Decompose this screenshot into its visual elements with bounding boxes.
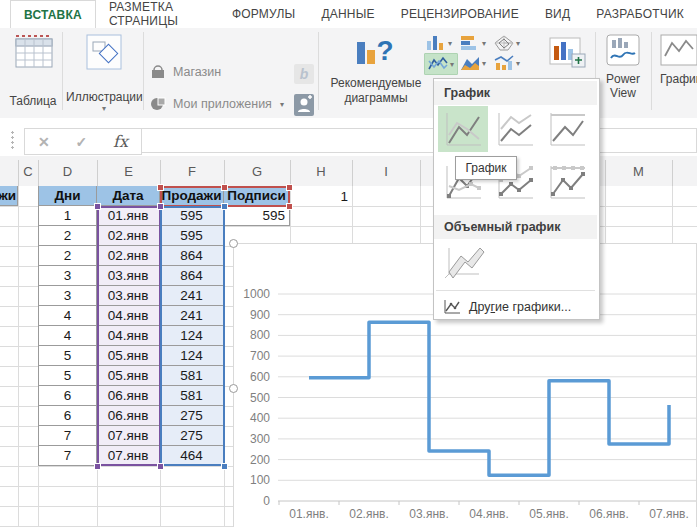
line-chart-button[interactable]: ▾ <box>424 53 458 75</box>
table-header-4[interactable]: Подписи <box>224 186 290 206</box>
table-header-2[interactable]: Дата <box>97 186 160 206</box>
column-header-F[interactable]: F <box>188 164 196 179</box>
table-cell[interactable]: 04.янв <box>97 326 160 346</box>
table-cell[interactable]: 7 <box>38 446 97 466</box>
more-line-charts-item[interactable]: Другие графики... <box>434 295 597 319</box>
table-cell[interactable]: 7 <box>38 426 97 446</box>
column-header-separator <box>672 160 673 186</box>
store-button-label: Магазин <box>173 65 221 79</box>
column-header-G[interactable]: G <box>252 164 262 179</box>
formula-input[interactable] <box>141 128 697 153</box>
table-cell[interactable]: 02.янв <box>97 246 160 266</box>
table-cell[interactable]: 581 <box>160 366 224 386</box>
table-cell[interactable]: 124 <box>160 326 224 346</box>
table-cell[interactable]: 4 <box>38 306 97 326</box>
table-cell[interactable]: 864 <box>160 246 224 266</box>
table-cell[interactable]: 06.янв <box>97 406 160 426</box>
table-cell[interactable]: 124 <box>160 346 224 366</box>
cell-h1[interactable]: 1 <box>290 186 352 206</box>
combo-chart-button[interactable]: ▾ <box>494 55 520 71</box>
table-cell[interactable]: 05.янв <box>97 366 160 386</box>
table-cell[interactable]: 464 <box>160 446 224 466</box>
power-view-button[interactable]: Power View <box>599 32 647 114</box>
sparkline-line-button[interactable]: График <box>656 32 697 114</box>
table-cell[interactable]: 275 <box>160 406 224 426</box>
table-header-3[interactable]: Продажи <box>160 186 224 206</box>
chart-resize-handle[interactable] <box>229 384 238 393</box>
table-cell[interactable]: 07.янв <box>97 446 160 466</box>
enter-icon[interactable]: ✓ <box>76 134 88 150</box>
column-header-C[interactable]: C <box>23 164 32 179</box>
table-cell[interactable]: 4 <box>38 326 97 346</box>
insert-app-icon[interactable] <box>294 94 314 116</box>
tab-вид[interactable]: ВИД <box>532 0 583 28</box>
stacked100-line-chart-thumb[interactable] <box>542 106 592 152</box>
area-chart-button[interactable]: ▾ <box>460 55 486 71</box>
tab-вставка[interactable]: ВСТАВКА <box>10 0 96 29</box>
radar-chart-button[interactable]: ▾ <box>494 35 520 51</box>
table-cell[interactable]: 02.янв <box>97 226 160 246</box>
store-icon <box>150 64 166 80</box>
table-cell[interactable]: 04.янв <box>97 306 160 326</box>
my-apps-button[interactable]: Мои приложения ▾ <box>150 96 284 112</box>
column-header-D[interactable]: D <box>63 164 72 179</box>
table-cell[interactable]: 5 <box>38 366 97 386</box>
table-cell[interactable]: 06.янв <box>97 386 160 406</box>
selection-handle <box>94 203 101 210</box>
insert-function-icon[interactable]: fx <box>113 132 128 151</box>
line-3d-chart-thumb[interactable] <box>438 239 488 285</box>
table-cell[interactable]: 3 <box>38 286 97 306</box>
table-button[interactable]: Таблица <box>6 32 60 114</box>
table-cell[interactable]: 595 <box>160 226 224 246</box>
formula-bar-grip[interactable] <box>11 130 14 150</box>
bing-icon[interactable]: b <box>294 64 314 84</box>
column-header-I[interactable]: I <box>384 164 388 179</box>
column-header-H[interactable]: H <box>316 164 325 179</box>
tab-формулы[interactable]: ФОРМУЛЫ <box>219 0 308 28</box>
table-cell[interactable]: 5 <box>38 346 97 366</box>
table-cell[interactable]: 864 <box>160 266 224 286</box>
table-cell[interactable]: 03.янв <box>97 286 160 306</box>
partial-table-header[interactable]: жи <box>0 186 18 206</box>
store-button[interactable]: Магазин <box>150 64 221 80</box>
table-cell[interactable]: 2 <box>38 246 97 266</box>
chart-resize-handle[interactable] <box>229 239 238 248</box>
table-cell[interactable]: 241 <box>160 286 224 306</box>
table-header-1[interactable]: Дни <box>38 186 97 206</box>
table-cell[interactable]: 05.янв <box>97 346 160 366</box>
recommended-charts-label-1: Рекомендуемые <box>322 76 430 90</box>
column-header-E[interactable]: E <box>124 164 133 179</box>
table-cell[interactable]: 1 <box>38 206 97 226</box>
dropdown-arrow-icon: ▾ <box>66 104 142 113</box>
table-cell[interactable]: 03.янв <box>97 266 160 286</box>
table-cell[interactable]: 595 <box>160 206 224 226</box>
formula-bar-buttons: ✕ ✓ fx <box>24 128 142 155</box>
stacked-line-chart-thumb[interactable] <box>490 106 540 152</box>
column-header-M[interactable]: M <box>633 164 644 179</box>
cancel-icon[interactable]: ✕ <box>38 134 50 150</box>
table-cell[interactable]: 241 <box>160 306 224 326</box>
table-cell[interactable]: 01.янв <box>97 206 160 226</box>
table-cell[interactable]: 6 <box>38 386 97 406</box>
dropdown-arrow-icon: ▾ <box>280 100 284 109</box>
line-chart-thumb[interactable] <box>438 106 488 152</box>
bar-chart-button[interactable]: ▾ <box>460 35 486 51</box>
table-cell[interactable]: 07.янв <box>97 426 160 446</box>
illustrations-button[interactable]: Иллюстрации ▾ <box>66 32 142 114</box>
recommended-charts-button[interactable]: ? Рекомендуемые диаграммы <box>322 32 430 114</box>
table-cell[interactable]: 3 <box>38 266 97 286</box>
tab-рецензирование[interactable]: РЕЦЕНЗИРОВАНИЕ <box>388 0 532 28</box>
stacked100-line-markers-chart-thumb[interactable] <box>542 159 592 205</box>
table-cell[interactable]: 6 <box>38 406 97 426</box>
table-cell[interactable]: 275 <box>160 426 224 446</box>
tab-данные[interactable]: ДАННЫЕ <box>308 0 387 28</box>
svg-text:400: 400 <box>250 411 270 425</box>
tab-разработчик[interactable]: РАЗРАБОТЧИК <box>583 0 697 28</box>
tab-разметка страницы[interactable]: РАЗМЕТКА СТРАНИЦЫ <box>96 0 219 28</box>
table-cell[interactable]: 2 <box>38 226 97 246</box>
table-cell[interactable]: 581 <box>160 386 224 406</box>
column-chart-button[interactable]: ▾ <box>426 35 452 51</box>
svg-text:200: 200 <box>250 453 270 467</box>
column-header-separator <box>420 160 421 186</box>
cell-g2[interactable]: 595 <box>224 206 290 226</box>
